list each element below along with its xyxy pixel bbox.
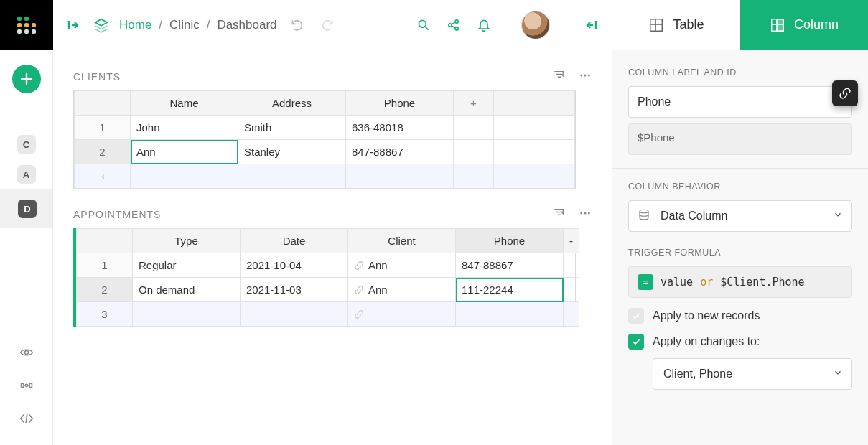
- svg-rect-9: [21, 384, 23, 388]
- apply-changes-fields-value: Client, Phone: [663, 367, 732, 380]
- workspace: CLIENTS Name Address: [53, 50, 612, 445]
- cell[interactable]: Smith: [238, 116, 346, 140]
- apply-changes-label: Apply on changes to:: [653, 335, 760, 348]
- table-row[interactable]: 1 John Smith 636-48018: [75, 116, 575, 140]
- sort-filter-icon[interactable]: [553, 69, 566, 84]
- table-row[interactable]: 2 On demand 2021-11-03 Ann 111-22244: [77, 278, 579, 302]
- redo-icon[interactable]: [317, 15, 337, 35]
- col-header-phone[interactable]: Phone: [346, 91, 454, 116]
- row-number: 3: [75, 164, 131, 189]
- cell[interactable]: Ann: [131, 140, 238, 164]
- section-menu-icon[interactable]: [579, 207, 592, 222]
- cell[interactable]: John: [131, 116, 238, 140]
- svg-rect-5: [17, 29, 22, 34]
- appointments-grid[interactable]: Type Date Client Phone - 1 Regular 2021-…: [73, 228, 576, 327]
- column-behavior-select[interactable]: Data Column: [628, 200, 852, 232]
- table-row[interactable]: 2 Ann Stanley 847-88867: [75, 140, 575, 164]
- source-code-icon[interactable]: [17, 409, 36, 428]
- label-column-behavior: COLUMN BEHAVIOR: [628, 182, 852, 192]
- breadcrumb-clinic[interactable]: Clinic: [169, 18, 200, 32]
- column-icon: [770, 17, 785, 33]
- add-new-button[interactable]: [12, 65, 41, 93]
- col-header-date[interactable]: Date: [241, 229, 348, 253]
- search-icon[interactable]: [414, 15, 434, 35]
- expand-sidebar-icon[interactable]: [63, 15, 83, 35]
- cell[interactable]: Regular: [133, 253, 241, 278]
- plus-icon: [20, 72, 33, 85]
- notifications-icon[interactable]: [474, 15, 494, 35]
- new-row[interactable]: 3: [75, 164, 575, 189]
- tab-column-label: Column: [794, 17, 839, 32]
- svg-rect-4: [32, 23, 36, 27]
- new-row[interactable]: 3: [77, 302, 579, 327]
- column-label-input[interactable]: [628, 86, 852, 118]
- cell[interactable]: 111-22244: [456, 278, 564, 302]
- row-number: 1: [75, 116, 131, 140]
- col-header-type[interactable]: Type: [133, 229, 241, 253]
- row-number: 2: [75, 140, 131, 164]
- link-icon: [354, 261, 364, 271]
- cell[interactable]: 2021-11-03: [241, 278, 348, 302]
- cell[interactable]: 847-88867: [346, 140, 454, 164]
- share-icon[interactable]: [444, 15, 464, 35]
- user-avatar[interactable]: [521, 11, 550, 39]
- svg-point-25: [640, 210, 648, 213]
- cell[interactable]: 2021-10-04: [241, 253, 348, 278]
- top-header: Home / Clinic / Dashboard: [53, 0, 612, 50]
- cell-reference[interactable]: Ann: [348, 253, 456, 278]
- left-sidebar: C A D: [0, 0, 53, 445]
- svg-rect-24: [777, 19, 783, 31]
- checkbox-apply-changes[interactable]: [628, 334, 644, 350]
- app-logo: [0, 0, 53, 50]
- svg-point-11: [25, 384, 27, 386]
- label-trigger-formula: TRIGGER FORMULA: [628, 248, 852, 258]
- checkbox-apply-new[interactable]: [628, 308, 644, 324]
- page-pill-d[interactable]: D: [18, 200, 37, 218]
- apply-new-records-row[interactable]: Apply to new records: [628, 308, 852, 324]
- add-column-button[interactable]: +: [454, 91, 494, 116]
- apply-new-label: Apply to new records: [653, 309, 760, 322]
- code-view-icon[interactable]: [17, 376, 36, 395]
- trigger-formula-input[interactable]: = value or $Client.Phone: [628, 266, 852, 298]
- svg-point-21: [588, 212, 590, 215]
- sort-filter-icon[interactable]: [553, 207, 566, 222]
- raw-data-icon[interactable]: [17, 343, 36, 362]
- cell[interactable]: 636-48018: [346, 116, 454, 140]
- col-header-extra[interactable]: -: [564, 229, 579, 253]
- page-pill-c[interactable]: C: [17, 135, 36, 154]
- page-pill-a[interactable]: A: [17, 165, 36, 184]
- breadcrumb-dashboard: Dashboard: [217, 18, 276, 32]
- col-header-client[interactable]: Client: [348, 229, 456, 253]
- cell[interactable]: 847-88867: [456, 253, 564, 278]
- cell[interactable]: On demand: [133, 278, 241, 302]
- cell-reference[interactable]: Ann: [348, 278, 456, 302]
- section-title-clients: CLIENTS: [73, 71, 121, 83]
- right-panel: Table Column COLUMN LABEL AND ID $Phone …: [612, 0, 868, 445]
- clients-grid[interactable]: Name Address Phone + 1 John Smith 636-48…: [73, 90, 576, 189]
- table-row[interactable]: 1 Regular 2021-10-04 Ann 847-88867: [77, 253, 579, 278]
- layers-icon[interactable]: [93, 17, 109, 33]
- apply-changes-fields-select[interactable]: Client, Phone: [653, 358, 852, 390]
- right-panel-tabs: Table Column: [612, 0, 868, 50]
- section-menu-icon[interactable]: [579, 69, 592, 84]
- cell-reference[interactable]: [348, 302, 456, 327]
- col-header-name[interactable]: Name: [131, 91, 238, 116]
- col-header-address[interactable]: Address: [238, 91, 346, 116]
- svg-point-19: [580, 212, 582, 215]
- svg-point-12: [419, 20, 426, 27]
- cell[interactable]: Stanley: [238, 140, 346, 164]
- row-number: 2: [77, 278, 133, 302]
- breadcrumb-home[interactable]: Home: [119, 18, 151, 32]
- label-column-label-id: COLUMN LABEL AND ID: [628, 67, 852, 78]
- collapse-right-panel-icon[interactable]: [582, 15, 602, 35]
- apply-on-changes-row[interactable]: Apply on changes to:: [628, 334, 852, 350]
- link-column-id-button[interactable]: [832, 80, 858, 106]
- tab-column[interactable]: Column: [740, 0, 868, 50]
- breadcrumb: Home / Clinic / Dashboard: [119, 18, 277, 32]
- svg-rect-1: [24, 17, 29, 21]
- svg-point-18: [588, 75, 590, 77]
- row-number: 1: [77, 253, 133, 278]
- col-header-phone[interactable]: Phone: [456, 229, 564, 253]
- tab-table[interactable]: Table: [612, 0, 740, 50]
- undo-icon[interactable]: [287, 15, 307, 35]
